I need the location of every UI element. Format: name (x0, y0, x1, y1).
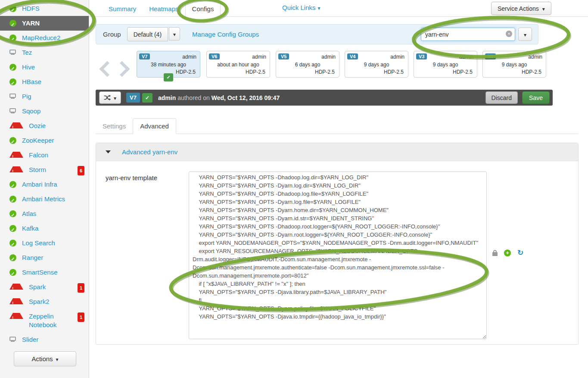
tab-settings[interactable]: Settings (96, 119, 133, 134)
versions-scroll-left-icon[interactable] (100, 61, 115, 77)
versions-scroll-right-icon[interactable] (114, 61, 130, 77)
sidebar-item-label: Spark2 (29, 297, 84, 306)
version-stack: HDP-2.5 (315, 69, 335, 75)
sidebar-item-spark2[interactable]: Spark2 (0, 294, 89, 309)
sidebar-item-ambari-infra[interactable]: Ambari Infra (0, 177, 89, 192)
save-button[interactable]: Save (522, 91, 550, 104)
healthy-icon (9, 137, 16, 144)
alert-icon (9, 122, 23, 128)
version-time: about an hour ago (207, 62, 270, 68)
compare-versions-button[interactable] (99, 91, 121, 104)
client-icon (9, 49, 16, 55)
sidebar-item-sqoop[interactable]: Sqoop (0, 104, 89, 119)
version-badge: V6 (209, 53, 220, 59)
sidebar-item-tez[interactable]: Tez (0, 45, 89, 60)
panel-title-link[interactable]: Advanced yarn-env (122, 148, 177, 156)
sidebar-item-zookeeper[interactable]: ZooKeeper (0, 133, 89, 148)
yarn-env-template-textarea[interactable]: YARN_OPTS="$YARN_OPTS -Dhadoop.log.dir=$… (189, 172, 487, 339)
sidebar-item-label: Ranger (22, 253, 84, 262)
property-label: yarn-env template (106, 174, 157, 181)
collapse-caret-icon (106, 150, 111, 153)
healthy-icon (9, 78, 16, 85)
authored-on-text: authored on (177, 94, 210, 101)
version-card-v5[interactable]: V5 admin 6 days ago HDP-2.5 (276, 51, 339, 78)
sidebar-item-hbase[interactable]: HBase (0, 75, 89, 89)
config-group-bar: Group Default (4) Manage Config Groups × (96, 24, 538, 44)
sidebar-item-storm[interactable]: Storm 6 (0, 162, 89, 177)
sidebar-item-zeppelin-notebook[interactable]: Zeppelin Notebook 1 (0, 309, 89, 332)
sidebar-item-falcon[interactable]: Falcon (0, 148, 89, 162)
compare-versions-icon (104, 95, 111, 100)
caret-down-icon (173, 30, 176, 38)
tab-summary[interactable]: Summary (102, 1, 143, 16)
group-label: Group (103, 31, 121, 38)
version-badge: V2 (485, 53, 496, 59)
version-card-v2[interactable]: V2 admin 9 days ago HDP-2.5 (482, 51, 546, 78)
alert-count-badge: 1 (78, 283, 84, 293)
sidebar-item-label: ZooKeeper (22, 136, 84, 145)
healthy-icon (9, 181, 16, 188)
sidebar-item-yarn[interactable]: YARN (0, 16, 89, 31)
add-override-icon[interactable] (504, 250, 511, 256)
sidebar-item-log-search[interactable]: Log Search (0, 236, 89, 250)
sidebar-item-pig[interactable]: Pig (0, 89, 89, 104)
sidebar-item-hdfs[interactable]: HDFS (0, 1, 89, 16)
tab-heatmaps[interactable]: Heatmaps (143, 1, 185, 16)
caret-down-icon (318, 4, 320, 11)
alert-count-badge: 1 (78, 312, 84, 322)
quick-links-dropdown[interactable]: Quick Links (282, 4, 320, 11)
filter-caret-button[interactable] (518, 28, 532, 41)
sidebar-item-kafka[interactable]: Kafka (0, 221, 89, 236)
sidebar-item-spark[interactable]: Spark 1 (0, 280, 89, 294)
panel-header[interactable]: Advanced yarn-env (96, 143, 578, 161)
group-select-value[interactable]: Default (4) (127, 27, 168, 41)
healthy-icon (9, 225, 16, 232)
sidebar-item-label: Kafka (22, 224, 84, 233)
lock-icon[interactable] (492, 252, 498, 256)
sidebar-item-ranger[interactable]: Ranger (0, 250, 89, 265)
current-version-check-icon (164, 73, 173, 81)
config-search-input[interactable] (421, 28, 515, 41)
version-date: Wed, Oct 12, 2016 09:47 (212, 94, 280, 101)
version-card-v6[interactable]: V6 admin about an hour ago HDP-2.5 (206, 51, 270, 78)
clear-search-icon[interactable]: × (506, 31, 512, 37)
group-select-caret-button[interactable] (169, 27, 180, 41)
healthy-icon (9, 5, 16, 12)
version-card-v7[interactable]: V7 admin 38 minutes ago HDP-2.5 (137, 51, 200, 78)
sidebar-item-label: Storm (29, 166, 84, 174)
service-tabs: Summary Heatmaps Configs Quick Links Ser… (89, 0, 588, 17)
tab-advanced[interactable]: Advanced (133, 118, 176, 134)
sidebar-item-label: Log Search (22, 239, 84, 247)
sidebar-item-label: Oozie (29, 122, 84, 130)
sidebar-item-label: Spark (29, 283, 84, 291)
service-actions-button[interactable]: Service Actions (491, 2, 551, 15)
sidebar-item-atlas[interactable]: Atlas (0, 206, 89, 221)
sidebar-item-smartsense[interactable]: SmartSense (0, 265, 89, 280)
sidebar-item-slider[interactable]: Slider (0, 332, 89, 347)
sidebar-item-mapreduce2[interactable]: MapReduce2 (0, 31, 89, 45)
version-card-v4[interactable]: V4 admin 9 days ago HDP-2.5 (345, 51, 408, 78)
sidebar-item-label: Ambari Infra (22, 180, 84, 189)
sidebar-item-label: Zeppelin Notebook (29, 312, 84, 329)
manage-config-groups-link[interactable]: Manage Config Groups (192, 31, 259, 38)
version-stack: HDP-2.5 (176, 69, 196, 75)
config-filter: × (421, 28, 532, 41)
version-author: admin (182, 54, 196, 60)
discard-button[interactable]: Discard (485, 91, 518, 104)
sidebar-item-ambari-metrics[interactable]: Ambari Metrics (0, 192, 89, 206)
sidebar-item-label: Tez (22, 48, 84, 57)
tab-configs[interactable]: Configs (185, 1, 221, 17)
sidebar-actions-button[interactable]: Actions (14, 351, 76, 366)
client-icon (9, 336, 16, 342)
property-action-icons (492, 249, 523, 256)
sidebar-item-hive[interactable]: Hive (0, 60, 89, 75)
version-author: admin (390, 54, 404, 60)
undo-refresh-icon[interactable] (517, 249, 523, 256)
version-card-v3[interactable]: V3 admin 9 days ago HDP-2.5 (414, 51, 477, 78)
sidebar-item-label: Sqoop (22, 107, 84, 116)
healthy-icon (9, 34, 16, 41)
sidebar-item-oozie[interactable]: Oozie (0, 119, 89, 133)
sidebar-actions-label: Actions (31, 355, 53, 362)
alert-icon (9, 313, 23, 319)
version-author: admin (459, 54, 473, 60)
